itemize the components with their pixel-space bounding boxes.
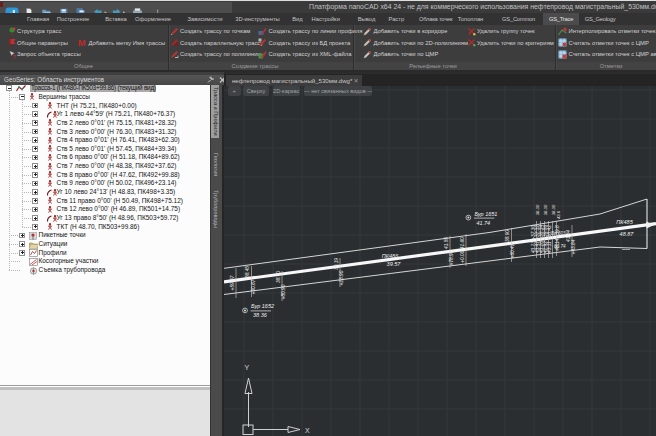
svg-text:+0.00 41.60: +0.00 41.60: [460, 237, 465, 263]
svg-text:ПК486: ПК486: [382, 253, 399, 259]
svg-text:+78.90: +78.90: [449, 250, 454, 265]
svg-text:+60.47: +60.47: [510, 243, 515, 258]
svg-text:60.74: 60.74: [554, 244, 566, 249]
svg-text:41.74: 41.74: [476, 220, 490, 226]
svg-text:48.87: 48.87: [620, 231, 635, 237]
svg-text:Y: Y: [245, 364, 250, 371]
svg-text:?: ?: [12, 53, 16, 58]
svg-text:+50.87: +50.87: [251, 279, 256, 294]
svg-text:38.40: 38.40: [276, 271, 281, 283]
svg-text:+23.90: +23.90: [339, 270, 344, 285]
svg-text:38.45: 38.45: [245, 266, 250, 278]
svg-text:39.57: 39.57: [387, 261, 402, 267]
svg-text:43.11 +38.42: 43.11 +38.42: [547, 225, 552, 253]
svg-text:+43.84: +43.84: [571, 239, 576, 254]
svg-text:38.30: 38.30: [535, 204, 540, 215]
svg-text:38.30: 38.30: [543, 204, 548, 215]
svg-text:39.19: 39.19: [334, 258, 339, 270]
svg-text:41.55: 41.55: [444, 237, 449, 249]
svg-text:38.36: 38.36: [253, 312, 268, 318]
svg-text:Бур 1652: Бур 1652: [251, 303, 274, 309]
svg-text:X: X: [305, 427, 310, 434]
svg-text:38.90: 38.90: [505, 230, 510, 242]
svg-text:43.6: 43.6: [556, 210, 561, 219]
svg-text:+80.90: +80.90: [281, 284, 286, 299]
svg-text:ПК485: ПК485: [616, 219, 633, 225]
svg-text:+59.87: +59.87: [230, 275, 235, 290]
svg-text:Бур 1651: Бур 1651: [474, 211, 497, 217]
svg-text:Вр 603: Вр 603: [551, 231, 566, 236]
